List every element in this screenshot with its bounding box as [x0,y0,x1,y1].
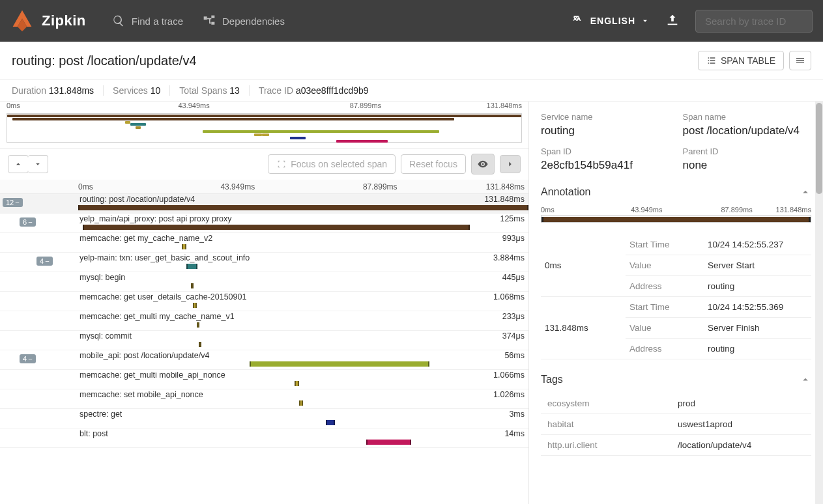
span-duration: 131.848ms [484,195,525,204]
span-label: yelp_main/api_proxy: post api proxy prox… [79,214,231,223]
nav-find-trace[interactable]: Find a trace [112,14,183,27]
span-duration: 1.026ms [493,390,525,399]
toggle-view-button[interactable] [471,154,495,175]
span-bar [366,440,411,445]
span-row[interactable]: 4 −mobile_api: post /location/update/v45… [0,350,528,370]
annotation-table: 0msStart Time10/24 14:52:55.237ValueServ… [541,234,811,359]
logo: Zipkin [10,9,112,33]
span-bar [193,303,197,308]
span-duration: 374μs [502,331,525,341]
title-bar: routing: post /location/update/v4 SPAN T… [0,42,823,80]
search-input[interactable] [695,10,813,33]
span-label: yelp-main: txn: user_get_basic_and_scout… [79,253,250,262]
span-bar [83,225,470,230]
chevron-up-icon [800,374,811,385]
span-table-button[interactable]: SPAN TABLE [698,51,784,70]
span-row[interactable]: spectre: get3ms [0,409,528,428]
span-duration: 233μs [502,312,525,321]
upload-icon [665,13,680,27]
translate-icon [572,14,585,27]
span-row[interactable]: 4 −yelp-main: txn: user_get_basic_and_sc… [0,253,528,272]
dependencies-icon [203,14,216,27]
span-duration: 56ms [504,351,525,360]
chevron-down-icon [33,160,42,169]
collapse-badge[interactable]: 4 − [20,354,36,363]
span-duration: 1.068ms [493,292,525,301]
annotation-bar [541,215,811,223]
trace-stats: Duration 131.848ms Services 10 Total Spa… [0,80,823,102]
span-row[interactable]: 12 −routing: post /location/update/v4131… [0,194,528,214]
span-bar [78,205,528,210]
span-bar [295,381,299,386]
list-icon [706,55,717,66]
scrollbar-track[interactable] [815,102,823,504]
nav-dependencies[interactable]: Dependencies [203,14,285,27]
collapse-badge[interactable]: 4 − [36,257,53,266]
span-duration: 14ms [504,429,525,438]
span-label: blt: post [79,429,108,438]
minimap[interactable]: 0ms43.949ms87.899ms131.848ms [0,102,528,148]
expand-detail-button[interactable] [500,155,521,173]
chevron-right-icon [506,160,515,169]
span-duration: 3.884ms [493,253,525,262]
span-label: memcache: set mobile_api_nonce [79,390,203,399]
chevron-down-icon [641,16,650,25]
scrollbar-thumb[interactable] [816,103,822,194]
detail-parent-id: none [683,159,812,172]
detail-span: post /location/update/v4 [683,124,812,137]
span-bar [299,400,304,406]
span-duration: 445μs [502,273,525,282]
focus-selected-button[interactable]: Focus on selected span [268,154,396,174]
span-row[interactable]: memcache: get my_cache_name_v2993μs [0,233,528,253]
span-label: mysql: commit [79,331,132,341]
brand-name: Zipkin [42,12,86,29]
tags-section-header[interactable]: Tags [541,374,811,385]
collapse-up-button[interactable] [8,155,29,173]
collapse-down-button[interactable] [28,155,48,173]
span-row[interactable]: mysql: begin445μs [0,272,528,292]
span-row[interactable]: memcache: get_multi mobile_api_nonce1.06… [0,370,528,389]
zipkin-logo-icon [10,9,34,33]
upload-button[interactable] [665,13,680,29]
chevron-up-icon [800,186,811,198]
span-row[interactable]: 6 −yelp_main/api_proxy: post api proxy p… [0,214,528,233]
menu-button[interactable] [789,51,811,70]
reset-focus-button[interactable]: Reset focus [401,154,466,174]
span-row[interactable]: memcache: get user_details_cache-2015090… [0,292,528,311]
timeline-ticks: 0ms43.949ms87.899ms131.848ms [0,180,528,194]
span-row[interactable]: mysql: commit374μs [0,331,528,350]
collapse-badge[interactable]: 6 − [20,217,36,227]
span-bar [182,244,186,249]
span-bar [326,420,335,425]
span-label: mysql: begin [79,273,125,282]
span-label: spectre: get [79,410,122,419]
span-label: memcache: get user_details_cache-2015090… [79,292,246,301]
span-label: memcache: get my_cache_name_v2 [79,234,212,243]
svg-rect-0 [204,16,207,20]
language-selector[interactable]: ENGLISH [572,14,650,27]
annotation-section-header[interactable]: Annotation [541,186,811,198]
span-label: memcache: get_multi mobile_api_nonce [79,371,225,380]
span-label: memcache: get_multi my_cache_name_v1 [79,312,235,321]
span-duration: 1.066ms [493,371,525,380]
tags-table: ecosystemprodhabitatuswest1aprodhttp.uri… [541,393,811,456]
collapse-badge[interactable]: 12 − [3,198,23,207]
span-label: mobile_api: post /location/update/v4 [79,351,209,360]
chevron-up-icon [14,160,23,169]
span-label: routing: post /location/update/v4 [79,195,195,204]
span-detail-panel: Service namerouting Span namepost /locat… [528,102,823,504]
span-duration: 125ms [500,214,525,223]
svg-rect-1 [211,16,214,18]
svg-rect-2 [211,22,214,25]
page-title: routing: post /location/update/v4 [12,53,197,68]
span-duration: 993μs [502,234,525,243]
detail-service: routing [541,124,670,137]
span-row[interactable]: memcache: get_multi my_cache_name_v1233μ… [0,311,528,331]
span-row[interactable]: memcache: set mobile_api_nonce1.026ms [0,389,528,409]
span-bar [191,283,194,288]
span-bar [197,322,199,328]
detail-span-id: 2e8cfb154b59a41f [541,159,670,172]
focus-icon [276,159,287,169]
span-bar [186,264,197,269]
span-row[interactable]: blt: post14ms [0,428,528,448]
